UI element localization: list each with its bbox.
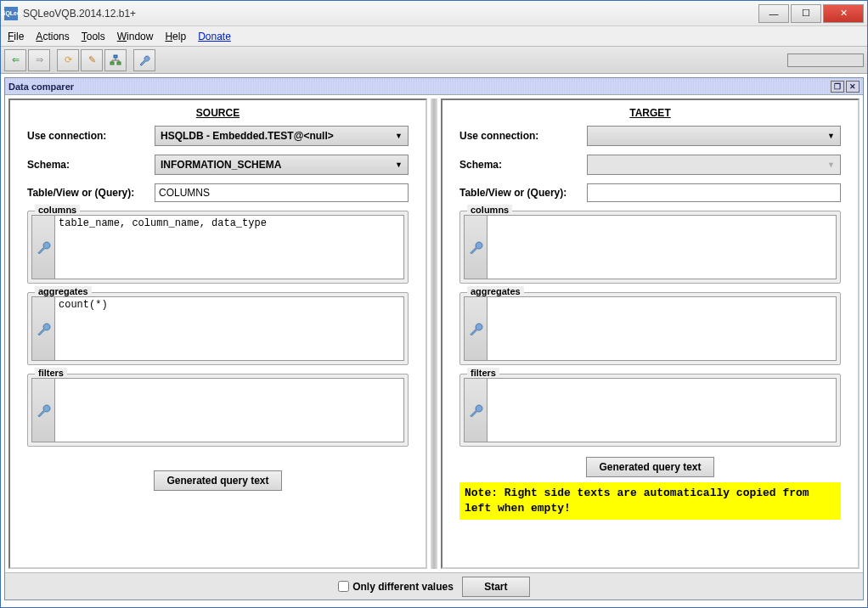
refresh-button[interactable]: ⟳ xyxy=(57,49,79,71)
only-different-checkbox-wrap[interactable]: Only different values xyxy=(338,581,454,593)
wrench-icon xyxy=(468,321,483,336)
menu-bar: File Actions Tools Window Help Donate xyxy=(1,26,867,47)
bottom-bar: Only different values Start xyxy=(5,572,863,600)
target-pane: TARGET Use connection: Schema: Table/Vie… xyxy=(441,99,860,569)
target-header: TARGET xyxy=(459,107,841,119)
source-header: SOURCE xyxy=(27,107,409,119)
wrench-icon xyxy=(36,403,51,418)
source-columns-config-button[interactable] xyxy=(31,215,55,279)
svg-rect-0 xyxy=(114,55,117,58)
source-connection-select[interactable]: HSQLDB - Embedded.TEST@<null> xyxy=(155,126,409,146)
only-different-label: Only different values xyxy=(352,581,454,593)
target-generated-query-button[interactable]: Generated query text xyxy=(586,457,713,477)
target-note: Note: Right side texts are automatically… xyxy=(459,482,841,520)
menu-window[interactable]: Window xyxy=(117,31,154,42)
menu-donate[interactable]: Donate xyxy=(198,31,231,42)
menu-file[interactable]: File xyxy=(8,31,24,42)
target-schema-select[interactable] xyxy=(587,155,841,175)
arrow-left-icon: ⇐ xyxy=(12,54,20,65)
close-button[interactable]: ✕ xyxy=(823,4,864,23)
source-filters-config-button[interactable] xyxy=(31,378,55,442)
pencil-icon: ✎ xyxy=(88,54,96,65)
edit-button[interactable]: ✎ xyxy=(81,49,103,71)
source-aggregates-text[interactable] xyxy=(55,296,404,361)
target-aggregates-config-button[interactable] xyxy=(464,296,488,361)
wrench-icon xyxy=(468,403,483,418)
data-comparer-window: Data comparer ❐ ✕ SOURCE Use connection:… xyxy=(4,77,864,600)
source-pane: SOURCE Use connection: HSQLDB - Embedded… xyxy=(8,99,427,569)
target-columns-legend: columns xyxy=(467,205,512,215)
source-table-label: Table/View or (Query): xyxy=(27,187,155,199)
only-different-checkbox[interactable] xyxy=(338,581,349,592)
svg-rect-2 xyxy=(117,62,121,65)
source-generated-query-button[interactable]: Generated query text xyxy=(154,470,281,491)
target-schema-label: Schema: xyxy=(459,159,587,171)
toolbar: ⇐ ⇒ ⟳ ✎ xyxy=(1,47,867,74)
source-schema-label: Schema: xyxy=(27,159,155,171)
target-columns-config-button[interactable] xyxy=(464,215,488,279)
source-aggregates-config-button[interactable] xyxy=(31,296,55,361)
source-schema-select[interactable]: INFORMATION_SCHEMA xyxy=(155,155,409,175)
forward-button[interactable]: ⇒ xyxy=(28,49,50,71)
subwindow-close-button[interactable]: ✕ xyxy=(846,81,860,93)
target-table-label: Table/View or (Query): xyxy=(459,187,587,199)
target-connection-select[interactable] xyxy=(587,126,841,146)
source-connection-label: Use connection: xyxy=(27,130,155,142)
target-connection-label: Use connection: xyxy=(459,130,587,142)
target-aggregates-legend: aggregates xyxy=(467,286,524,296)
wrench-icon xyxy=(36,321,51,336)
menu-tools[interactable]: Tools xyxy=(82,31,105,42)
target-aggregates-text[interactable] xyxy=(488,296,837,361)
tree-button[interactable] xyxy=(104,49,127,71)
progress-bar xyxy=(787,53,864,67)
source-filters-legend: filters xyxy=(35,368,67,378)
source-aggregates-legend: aggregates xyxy=(35,286,92,296)
back-button[interactable]: ⇐ xyxy=(4,49,26,71)
subwindow-maximize-button[interactable]: ❐ xyxy=(831,81,844,93)
target-filters-text[interactable] xyxy=(488,378,837,442)
app-icon: SQLeo xyxy=(4,7,18,20)
window-title: SQLeoVQB.2014.12.b1+ xyxy=(23,8,136,20)
maximize-button[interactable]: ☐ xyxy=(791,4,821,23)
source-filters-text[interactable] xyxy=(55,378,404,442)
source-columns-legend: columns xyxy=(35,205,80,215)
wrench-icon xyxy=(36,239,51,255)
subwindow-title: Data comparer xyxy=(8,82,74,92)
pane-splitter[interactable] xyxy=(431,99,437,569)
target-table-input[interactable] xyxy=(587,183,841,202)
source-columns-text[interactable] xyxy=(55,215,404,279)
menu-help[interactable]: Help xyxy=(165,31,186,42)
start-button[interactable]: Start xyxy=(462,577,530,597)
minimize-button[interactable]: — xyxy=(758,4,789,23)
target-filters-config-button[interactable] xyxy=(464,378,488,442)
target-columns-text[interactable] xyxy=(488,215,837,279)
target-filters-legend: filters xyxy=(467,368,499,378)
settings-button[interactable] xyxy=(133,49,155,71)
arrow-right-icon: ⇒ xyxy=(36,54,43,65)
svg-rect-1 xyxy=(110,62,114,65)
window-titlebar: SQLeo SQLeoVQB.2014.12.b1+ — ☐ ✕ xyxy=(1,1,867,26)
tree-icon xyxy=(110,54,121,66)
subwindow-titlebar: Data comparer ❐ ✕ xyxy=(5,78,863,95)
source-table-input[interactable] xyxy=(155,183,409,202)
refresh-icon: ⟳ xyxy=(65,54,72,65)
wrench-icon xyxy=(468,239,483,255)
wrench-icon xyxy=(138,54,150,66)
menu-actions[interactable]: Actions xyxy=(36,31,69,42)
